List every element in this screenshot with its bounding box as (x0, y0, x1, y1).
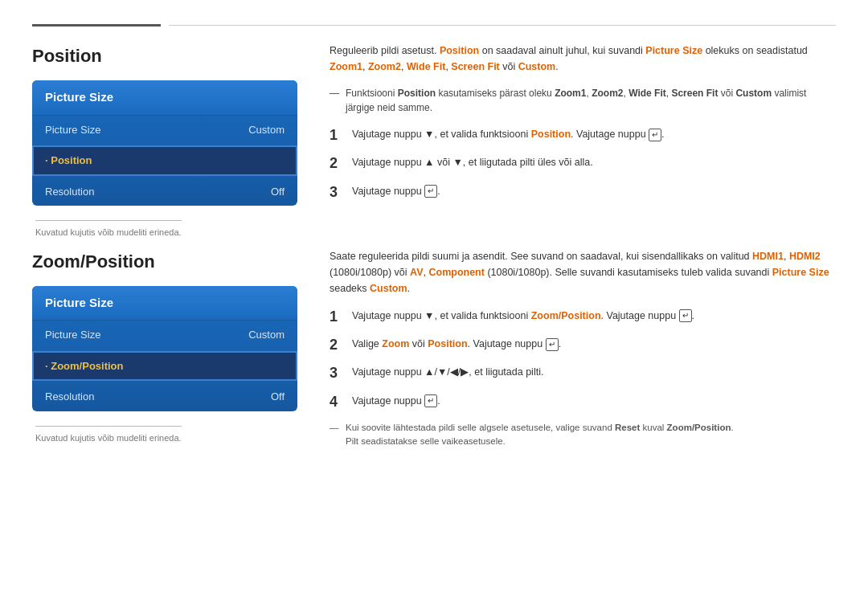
zoom-intro: Saate reguleerida pildi suumi ja asendit… (330, 248, 836, 296)
position-step-2: 2 Vajutage nuppu ▲ või ▼, et liigutada p… (330, 154, 836, 173)
pos-zoom2-bold: Zoom2 (592, 88, 623, 99)
zoom-left: Zoom/Position Picture Size Picture Size … (32, 248, 297, 449)
position-extra-note: Funktsiooni Position kasutamiseks pärast… (330, 86, 836, 115)
pos-fn-bold: Position (398, 88, 436, 99)
position-highlight-widefit: Wide Fit (407, 61, 446, 72)
position-row-1-label: · Position (45, 153, 92, 169)
position-right: Reguleerib pildi asetust. Position on sa… (330, 43, 836, 240)
zoom-step-3: 3 Vajutage nuppu ▲/▼/◀/▶, et liigutada p… (330, 364, 836, 382)
step3-text: Vajutage nuppu ↵. (352, 183, 440, 199)
position-menu-card: Picture Size Picture Size Custom · Posit… (32, 80, 297, 206)
enter-icon-z1: ↵ (679, 309, 692, 322)
zoom-steps: 1 Vajutage nuppu ▼, et valida funktsioon… (330, 308, 836, 412)
position-row-2: Resolution Off (32, 178, 297, 206)
position-row-1: · Position (32, 145, 297, 176)
zoom-bottom-note-line2: Pilt seadistatakse selle vaikeasetusele. (346, 436, 506, 446)
zstep3-text: Vajutage nuppu ▲/▼/◀/▶, et liigutada pil… (352, 364, 543, 380)
position-left: Position Picture Size Picture Size Custo… (32, 43, 297, 240)
zoom-note-wrapper: Kuvatud kujutis võib mudeliti erineda. (32, 419, 297, 446)
zoom-row-2: Resolution Off (32, 382, 297, 411)
top-divider (32, 24, 836, 27)
zoom-row-0-value: Custom (248, 327, 285, 343)
position-row-0-label: Picture Size (45, 122, 100, 138)
zoom-right: Saate reguleerida pildi suumi ja asendit… (330, 248, 836, 449)
step3-num: 3 (330, 183, 352, 202)
zstep4-num: 4 (330, 393, 352, 411)
zoom-row-0: Picture Size Custom (32, 321, 297, 349)
zstep1-text: Vajutage nuppu ▼, et valida funktsiooni … (352, 308, 694, 324)
pos-custom-bold: Custom (735, 88, 772, 99)
position-steps: 1 Vajutage nuppu ▼, et valida funktsioon… (330, 126, 836, 202)
position-note-wrapper: Kuvatud kujutis võib mudeliti erineda. (32, 214, 297, 240)
zoom-title: Zoom/Position (32, 248, 297, 275)
position-step-3: 3 Vajutage nuppu ↵. (330, 183, 836, 202)
step1-text: Vajutage nuppu ▼, et valida funktsiooni … (352, 126, 665, 142)
position-highlight-position: Position (440, 45, 479, 56)
zoom-menu-card: Picture Size Picture Size Custom · Zoom/… (32, 286, 297, 411)
position-step-1: 1 Vajutage nuppu ▼, et valida funktsioon… (330, 126, 836, 145)
position-highlight-zoom2: Zoom2 (368, 61, 401, 72)
zstep2-num: 2 (330, 336, 352, 354)
position-row-2-value: Off (271, 184, 285, 200)
position-row-0-value: Custom (248, 122, 285, 138)
zoom-position-section: Zoom/Position Picture Size Picture Size … (32, 248, 836, 449)
zoom-note: Kuvatud kujutis võib mudeliti erineda. (35, 426, 182, 445)
zstep3-num: 3 (330, 364, 352, 382)
enter-icon-z2: ↵ (546, 338, 559, 351)
zoom-row-2-value: Off (271, 389, 285, 405)
enter-icon-z4: ↵ (424, 394, 437, 407)
position-note: Kuvatud kujutis võib mudeliti erineda. (35, 220, 182, 239)
pos-widefit-bold: Wide Fit (628, 88, 666, 99)
zoom-bottom-note-line1: Kui soovite lähtestada pildi selle algse… (346, 423, 734, 446)
divider-dark (32, 24, 161, 27)
enter-icon-3: ↵ (424, 185, 437, 198)
enter-icon-1: ↵ (649, 129, 661, 141)
position-title: Position (32, 43, 297, 69)
zoom-row-0-label: Picture Size (45, 327, 100, 343)
step2-text: Vajutage nuppu ▲ või ▼, et liigutada pil… (352, 154, 593, 170)
pos-screenfit-bold: Screen Fit (671, 88, 718, 99)
divider-light (169, 25, 836, 26)
position-row-2-label: Resolution (45, 184, 94, 200)
pos-zoom1-bold: Zoom1 (555, 88, 586, 99)
position-menu-header: Picture Size (32, 80, 297, 116)
step1-num: 1 (330, 126, 352, 145)
zoom-menu-header: Picture Size (32, 286, 297, 321)
zstep2-text: Valige Zoom või Position. Vajutage nuppu… (352, 336, 561, 352)
zoom-step-2: 2 Valige Zoom või Position. Vajutage nup… (330, 336, 836, 354)
zoom-step-4: 4 Vajutage nuppu ↵. (330, 393, 836, 411)
zoom-step-1: 1 Vajutage nuppu ▼, et valida funktsioon… (330, 308, 836, 326)
position-highlight-zoom1: Zoom1 (330, 61, 362, 72)
position-highlight-custom: Custom (518, 61, 556, 72)
zstep1-num: 1 (330, 308, 352, 326)
zoom-bottom-note: Kui soovite lähtestada pildi selle algse… (330, 421, 836, 449)
position-section: Position Picture Size Picture Size Custo… (32, 43, 836, 240)
position-intro: Reguleerib pildi asetust. Position on sa… (330, 43, 836, 75)
step2-num: 2 (330, 154, 352, 173)
position-highlight-screenfit: Screen Fit (451, 61, 499, 72)
zoom-row-1: · Zoom/Position (32, 351, 297, 382)
zoom-row-1-label: · Zoom/Position (45, 358, 124, 374)
zoom-row-2-label: Resolution (45, 389, 94, 405)
zstep4-text: Vajutage nuppu ↵. (352, 393, 440, 409)
position-row-0: Picture Size Custom (32, 116, 297, 145)
position-highlight-picturesize: Picture Size (645, 45, 702, 56)
